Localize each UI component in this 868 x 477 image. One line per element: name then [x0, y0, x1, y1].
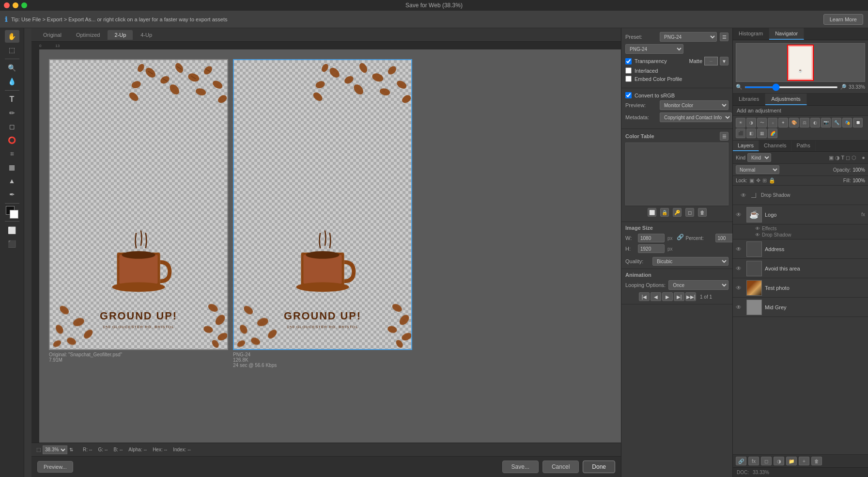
adj-gradient[interactable]: ▦ — [757, 128, 767, 138]
width-input[interactable] — [638, 234, 665, 242]
adj-selectivecolor[interactable]: 🌈 — [768, 128, 777, 138]
adj-curves[interactable]: 〜 — [757, 118, 767, 127]
background-color[interactable] — [10, 210, 18, 219]
format-select[interactable]: PNG-24 — [625, 44, 683, 54]
filter-pixel-icon[interactable]: ▣ — [829, 155, 834, 161]
height-input[interactable] — [638, 244, 665, 253]
adj-photofilter[interactable]: 📷 — [821, 118, 831, 127]
filter-adj-icon[interactable]: ◑ — [835, 155, 840, 161]
tab-adjustments[interactable]: Adjustments — [765, 94, 807, 105]
visibility-eye[interactable]: 👁 — [741, 192, 748, 199]
blend-mode-select[interactable]: Normal — [736, 165, 779, 174]
layer-item-drop-shadow-group[interactable]: 👁 Drop Shadow — [733, 186, 868, 205]
preview-button[interactable]: Preview... — [37, 461, 73, 473]
color-table-icon-4[interactable]: ◻ — [685, 208, 694, 217]
anim-next[interactable]: ▶| — [674, 292, 684, 301]
lock-all-icon[interactable]: 🔒 — [769, 177, 775, 184]
delete-layer-btn[interactable]: 🗑 — [811, 457, 822, 465]
tab-libraries[interactable]: Libraries — [733, 94, 765, 105]
minimize-button[interactable] — [13, 2, 18, 8]
filter-smart-icon[interactable]: ⬡ — [852, 155, 856, 161]
adj-exposure[interactable]: ⬦ — [768, 118, 777, 127]
interlaced-checkbox[interactable] — [625, 67, 632, 74]
looping-select[interactable]: Once — [668, 280, 728, 290]
lock-move-icon[interactable]: ✥ — [756, 177, 760, 184]
select-tool[interactable]: ⬚ — [5, 44, 19, 56]
lock-artboard-icon[interactable]: ⊞ — [762, 177, 767, 184]
color-table-icon-1[interactable]: ⬜ — [648, 208, 656, 217]
layer-item-logo[interactable]: 👁 ☕ Logo fx — [733, 205, 868, 224]
tab-histogram[interactable]: Histogram — [733, 28, 769, 40]
new-adj-btn[interactable]: ◑ — [774, 457, 784, 465]
adj-bw[interactable]: ◐ — [810, 118, 820, 127]
zoom-decrease-icon[interactable]: 🔍 — [736, 84, 743, 90]
adj-colorbalance[interactable]: ⚖ — [800, 118, 809, 127]
color-table-menu[interactable]: ☰ — [720, 132, 728, 141]
preview-select[interactable]: Monitor Color — [660, 100, 728, 110]
anim-prev[interactable]: ◀ — [651, 292, 661, 301]
midgrey-visibility[interactable]: 👁 — [736, 304, 744, 311]
effects-eye[interactable]: 👁 — [755, 226, 760, 231]
preset-select[interactable]: PNG-24 — [660, 32, 717, 42]
zoom-tool[interactable]: 🔍 — [5, 62, 19, 74]
adj-invert[interactable]: 🔲 — [853, 118, 863, 127]
save-button[interactable]: Save... — [502, 461, 539, 473]
shape-tool[interactable]: ▲ — [5, 175, 19, 187]
filter-kind-select[interactable]: Kind — [747, 153, 771, 162]
adj-channelmixer[interactable]: 🔧 — [832, 118, 841, 127]
adj-vibrance[interactable]: ✦ — [778, 118, 788, 127]
adj-contrast[interactable]: ◑ — [746, 118, 756, 127]
close-button[interactable] — [4, 2, 10, 8]
filter-text-icon[interactable]: T — [841, 155, 845, 161]
filter-toggle[interactable]: ● — [862, 155, 865, 161]
learn-more-button[interactable]: Learn More — [823, 14, 863, 25]
new-group-btn[interactable]: 📁 — [786, 457, 797, 465]
cancel-button[interactable]: Cancel — [542, 461, 579, 473]
window-controls[interactable] — [4, 2, 27, 8]
tab-navigator[interactable]: Navigator — [769, 28, 804, 40]
link-icon[interactable]: 🔗 — [677, 234, 684, 240]
add-style-btn[interactable]: fx — [748, 457, 759, 465]
matte-box[interactable]: -- — [704, 57, 718, 65]
new-layer-btn[interactable]: + — [799, 457, 809, 465]
metadata-select[interactable]: Copyright and Contact Info — [660, 112, 732, 122]
tab-original[interactable]: Original — [36, 30, 68, 40]
pen-tool[interactable]: ✒ — [5, 188, 19, 201]
tab-layers[interactable]: Layers — [733, 141, 759, 151]
testphoto-visibility[interactable]: 👁 — [736, 285, 744, 291]
done-button[interactable]: Done — [583, 461, 615, 473]
color-table-icon-5[interactable]: 🗑 — [698, 208, 707, 217]
crop-tool[interactable]: ⌗ — [5, 147, 19, 160]
color-table-icon-3[interactable]: 🔑 — [673, 208, 682, 217]
color-table-icon-2[interactable]: 🔒 — [660, 208, 669, 217]
zoom-select[interactable]: 38.3% — [43, 445, 67, 454]
brush-tool[interactable]: ✏ — [5, 107, 19, 119]
screen-mode[interactable]: ⬜ — [5, 224, 19, 237]
screen-mode-full[interactable]: ⬛ — [5, 238, 19, 250]
canvas-scroll[interactable]: GROUND UP! 150 GLOUCESTER RD, BRISTOL — [39, 49, 621, 443]
layer-item-avoid[interactable]: 👁 Avoid this area — [733, 259, 868, 278]
link-layers-btn[interactable]: 🔗 — [736, 457, 746, 465]
lock-pixels-icon[interactable]: ▣ — [749, 177, 754, 184]
add-mask-btn[interactable]: ◻ — [761, 457, 772, 465]
preset-menu-button[interactable]: ☰ — [720, 32, 728, 41]
lasso-tool[interactable]: ⭕ — [5, 134, 19, 146]
eyedropper-tool[interactable]: 💧 — [5, 75, 19, 88]
logo-visibility[interactable]: 👁 — [736, 211, 744, 218]
transparency-checkbox[interactable] — [625, 58, 632, 64]
address-visibility[interactable]: 👁 — [736, 246, 744, 253]
hand-tool[interactable]: ✋ — [5, 30, 19, 43]
adj-posterize[interactable]: ⬛ — [736, 128, 745, 138]
maximize-button[interactable] — [21, 2, 27, 8]
filter-shape-icon[interactable]: ◻ — [846, 155, 850, 161]
tab-2up[interactable]: 2-Up — [108, 30, 133, 40]
color-picker[interactable] — [6, 206, 18, 219]
text-tool[interactable]: T — [5, 93, 19, 106]
adj-brightness[interactable]: ☀ — [736, 118, 745, 127]
percent-input[interactable] — [715, 234, 732, 242]
drop-shadow-eye[interactable]: 👁 — [755, 232, 760, 238]
layer-item-testphoto[interactable]: 👁 Test photo — [733, 278, 868, 298]
gradient-tool[interactable]: ▦ — [5, 161, 19, 174]
eraser-tool[interactable]: ◻ — [5, 120, 19, 133]
tab-paths[interactable]: Paths — [792, 141, 816, 151]
